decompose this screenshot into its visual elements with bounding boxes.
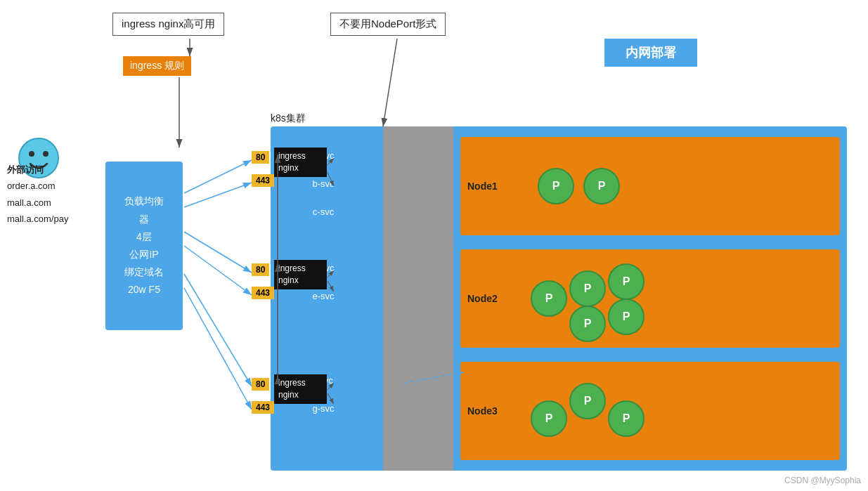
pod-n2-5: P	[608, 299, 644, 335]
gray-column	[383, 126, 453, 471]
lb-line5: 绑定域名	[124, 263, 164, 281]
svg-line-8	[184, 160, 252, 193]
svg-point-1	[29, 151, 34, 157]
watermark: CSDN @MyySophia	[784, 476, 861, 485]
port-80-3: 80	[252, 378, 269, 391]
port-80-2: 80	[252, 263, 269, 276]
label-no-nodeport: 不要用NodePort形式	[330, 13, 446, 36]
svg-line-12	[184, 274, 252, 386]
k8s-cluster-text: k8s集群	[271, 112, 306, 124]
node1-area: Node1 P P	[460, 137, 840, 235]
pod-n2-2: P	[569, 270, 606, 307]
svc-c: c-svc	[292, 203, 355, 221]
svg-line-9	[184, 183, 252, 207]
node3-label: Node3	[467, 405, 498, 417]
ext-domain-3: mall.a.com/pay	[7, 211, 68, 227]
port-80-1: 80	[252, 151, 269, 164]
svc-e: e-svc	[292, 287, 355, 305]
lb-line1: 负载均衡	[124, 192, 164, 210]
lb-line3: 4层	[136, 228, 152, 246]
inner-network-text: 内网部署	[626, 46, 676, 60]
ingress-nginx-block-2: ingressnginx	[274, 260, 327, 289]
port-443-2: 443	[252, 287, 274, 299]
node2-area: Node2 P P P P P	[460, 249, 840, 348]
svg-line-7	[383, 39, 397, 126]
pod-n2-3: P	[569, 306, 606, 342]
label-inner-network: 内网部署	[604, 39, 697, 67]
pod-n3-2: P	[569, 383, 606, 419]
label-ingress-nginx: ingress nginx高可用	[112, 13, 224, 36]
port-443-1: 443	[252, 174, 274, 187]
ext-domain-2: mall.a.com	[7, 195, 68, 211]
ingress-rule-text: ingress 规则	[130, 60, 184, 71]
node1-label: Node1	[467, 181, 498, 192]
ingress-nginx-block-1: ingressnginx	[274, 148, 327, 177]
outer-container: a-svc b-svc c-svc d-svc e-svc f-svc g-sv…	[271, 126, 847, 471]
lb-box: 负载均衡 器 4层 公网IP 绑定域名 20w F5	[105, 162, 183, 330]
pod-n2-4: P	[608, 263, 644, 300]
svg-line-10	[184, 232, 252, 273]
ext-domain-1: order.a.com	[7, 178, 68, 194]
external-access-label: 外部访问 order.a.com mall.a.com mall.a.com/p…	[7, 162, 68, 228]
ingress-nginx-block-3: ingressnginx	[274, 374, 327, 404]
node2-label: Node2	[467, 293, 498, 304]
diagram-container: ingress nginx高可用 不要用NodePort形式 ingress 规…	[0, 0, 868, 491]
lb-line4: 公网IP	[129, 246, 158, 263]
ingress-nginx-title-text: ingress nginx高可用	[122, 18, 215, 30]
node3-area: Node3 P P P	[460, 362, 840, 460]
pod-n3-3: P	[608, 400, 644, 437]
k8s-cluster-label: k8s集群	[271, 112, 306, 125]
lb-line2: 器	[139, 211, 149, 228]
no-nodeport-text: 不要用NodePort形式	[339, 18, 436, 30]
ext-title: 外部访问	[7, 162, 68, 178]
lb-line6: 20w F5	[128, 281, 160, 299]
pod-n1-1: P	[538, 168, 574, 204]
pod-n2-1: P	[531, 280, 567, 317]
port-443-3: 443	[252, 401, 274, 414]
svg-point-2	[43, 151, 48, 157]
svg-line-13	[184, 288, 252, 410]
label-ingress-rule: ingress 规则	[123, 56, 191, 76]
svc-b: b-svc	[292, 175, 355, 192]
svg-line-11	[184, 246, 252, 295]
pod-n3-1: P	[531, 400, 567, 437]
watermark-text: CSDN @MyySophia	[784, 476, 861, 485]
pod-n1-2: P	[583, 168, 620, 204]
